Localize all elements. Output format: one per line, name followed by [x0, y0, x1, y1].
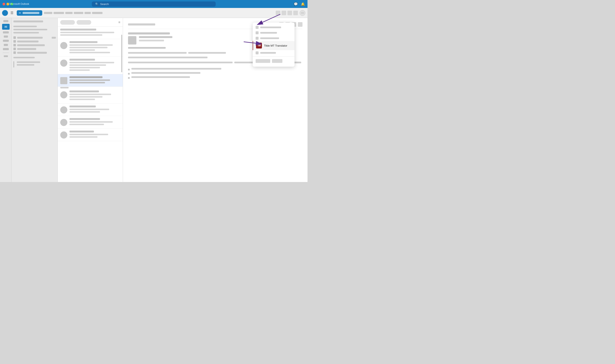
sidebar: ✉	[0, 18, 12, 182]
email-item-3[interactable]	[58, 57, 123, 74]
rp-icon-2[interactable]	[282, 11, 286, 15]
list-item-2	[128, 72, 302, 75]
nav-sub-1	[17, 61, 40, 63]
email-avatar-4	[60, 77, 67, 84]
filter-tag-1[interactable]	[60, 20, 75, 25]
email-preview-2b	[69, 49, 95, 51]
popup-row-1	[253, 25, 295, 30]
reading-from	[139, 36, 172, 38]
scroll-thumb[interactable]	[121, 35, 122, 72]
nav-bar-1	[14, 26, 37, 27]
email-item-7[interactable]	[58, 116, 123, 129]
nav-section-bar	[14, 57, 35, 58]
nav-label-5	[17, 52, 47, 54]
toolbar-bar-5	[84, 12, 91, 14]
email-content-3	[69, 59, 120, 72]
email-preview-2c	[69, 52, 110, 53]
nav-subrows	[17, 61, 56, 67]
sidebar-bar-5	[4, 44, 8, 46]
nav-title-bar	[14, 20, 43, 22]
rp-icon-1[interactable]	[276, 11, 280, 15]
email-subject-5	[69, 94, 111, 95]
hamburger-button[interactable]: ☰	[10, 10, 14, 16]
nav-label-2	[17, 40, 39, 42]
reading-avatar	[128, 36, 137, 44]
tilde-icon: T̃M	[256, 43, 262, 49]
nav-square-1	[14, 36, 16, 39]
email-sender-1	[60, 29, 96, 30]
app-title: Microsoft Outlook	[8, 2, 29, 5]
email-list: ≡	[58, 18, 123, 182]
email-content-7	[69, 118, 120, 126]
sidebar-bar-7	[4, 55, 8, 57]
email-avatar-8	[60, 131, 67, 139]
sidebar-bar-4	[3, 40, 9, 42]
popup-row-4	[253, 50, 295, 56]
email-avatar-7	[60, 119, 67, 126]
nav-row-4	[14, 48, 56, 50]
search-placeholder: Search	[100, 2, 109, 6]
email-avatar-3	[60, 60, 67, 67]
popup-row-3	[253, 36, 295, 41]
email-sender-3	[69, 59, 95, 61]
toolbar-bar-2	[54, 12, 64, 14]
email-avatar-6	[60, 106, 67, 114]
email-sender-5	[69, 91, 99, 92]
email-subject-1	[60, 32, 114, 33]
toolbar-bar-1	[44, 12, 52, 14]
plugin-popup: T̃M Tilde MT Translator	[253, 23, 295, 67]
sidebar-item-mail[interactable]: ✉	[2, 24, 10, 30]
email-subject-6	[69, 109, 109, 110]
search-bar[interactable]: 🔍 Search	[92, 1, 216, 7]
tilde-label: Tilde MT Translator	[264, 44, 287, 47]
nav-expand-bar	[14, 61, 14, 67]
reading-list-section	[128, 68, 302, 79]
nav-square-2	[14, 40, 16, 43]
email-item-8[interactable]	[58, 129, 123, 141]
nav-bar-3	[14, 32, 39, 33]
compose-button[interactable]: ✏	[17, 10, 42, 16]
email-preview-5	[69, 96, 103, 98]
bell-icon[interactable]: 🔔	[301, 2, 305, 6]
chat-icon[interactable]: 💬	[294, 2, 298, 6]
filter-tag-2[interactable]	[77, 20, 91, 25]
email-item-2[interactable]	[58, 39, 123, 57]
rp-icon-3[interactable]	[287, 11, 292, 15]
email-item-4[interactable]	[58, 74, 123, 87]
nav-count-1	[52, 37, 56, 39]
avatar[interactable]	[2, 10, 8, 16]
email-content-6	[69, 105, 120, 114]
email-content-8	[69, 130, 120, 139]
popup-divider	[253, 56, 295, 57]
popup-box: T̃M Tilde MT Translator	[253, 23, 295, 67]
search-icon: 🔍	[95, 2, 98, 6]
popup-bar-4	[260, 52, 276, 54]
email-subject-8	[69, 134, 108, 135]
email-preview-2a	[69, 47, 108, 48]
more-options-button[interactable]: ···	[300, 10, 305, 16]
title-bar: Microsoft Outlook 🔍 Search 💬 🔔	[0, 0, 307, 8]
filter-icon[interactable]: ≡	[118, 20, 120, 24]
nav-row-3	[14, 44, 56, 46]
bullet-1	[128, 69, 130, 70]
email-item-1[interactable]	[58, 26, 123, 39]
popup-check-1	[256, 26, 259, 29]
close-button[interactable]	[2, 3, 5, 5]
sidebar-divider	[3, 53, 9, 53]
email-item-5[interactable]	[58, 88, 123, 104]
rp-icon-4[interactable]	[293, 11, 298, 15]
date-bar	[60, 87, 68, 88]
nav-row-6	[14, 61, 56, 67]
sidebar-bar-1	[3, 20, 8, 22]
email-content-5	[69, 91, 120, 101]
email-item-6[interactable]	[58, 104, 123, 116]
email-avatar-5	[60, 91, 67, 98]
email-preview-5b	[69, 99, 95, 100]
email-content-4	[69, 76, 120, 84]
toolbar-bar-4	[74, 12, 83, 14]
compose-icon: ✏	[19, 11, 21, 15]
rp-more-icon[interactable]	[298, 22, 302, 27]
email-preview-3c	[69, 69, 90, 71]
tilde-row[interactable]: T̃M Tilde MT Translator	[253, 41, 295, 50]
email-subject-3	[69, 62, 114, 63]
